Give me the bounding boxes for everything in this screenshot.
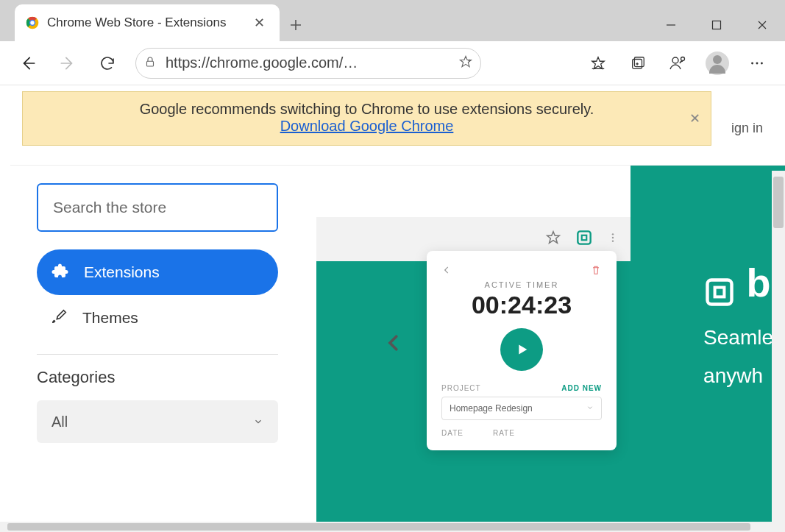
brand-logo-icon — [703, 276, 736, 311]
sidebar-item-themes[interactable]: Themes — [37, 295, 278, 341]
svg-point-16 — [612, 233, 614, 235]
close-window-button[interactable] — [739, 9, 785, 41]
play-button[interactable] — [500, 328, 543, 371]
profile-icon[interactable] — [660, 46, 695, 80]
store-sidebar: Extensions Themes Categories All — [10, 166, 305, 532]
svg-rect-19 — [708, 280, 732, 304]
search-input[interactable] — [37, 183, 278, 232]
favorite-star-icon[interactable] — [458, 54, 473, 72]
svg-rect-6 — [147, 61, 154, 66]
page-content: Google recommends switching to Chrome to… — [0, 85, 785, 532]
vertical-scrollbar[interactable] — [772, 171, 785, 532]
rate-label: RATE — [493, 429, 515, 437]
refresh-button[interactable] — [90, 46, 125, 80]
minimize-button[interactable] — [648, 9, 694, 41]
timer-value: 00:24:23 — [441, 291, 602, 319]
category-selected: All — [51, 414, 68, 430]
collections-button[interactable] — [620, 46, 656, 80]
banner-message: Google recommends switching to Chrome to… — [52, 101, 681, 118]
sidebar-item-extensions[interactable]: Extensions — [37, 249, 278, 295]
close-banner-icon[interactable]: ✕ — [689, 110, 700, 127]
svg-point-18 — [612, 240, 614, 241]
forward-button[interactable] — [50, 46, 85, 80]
trash-icon[interactable] — [590, 264, 602, 279]
chrome-store-favicon — [25, 15, 40, 30]
horizontal-scrollbar[interactable] — [0, 522, 772, 532]
brand-icon — [575, 228, 594, 250]
titlebar: Chrome Web Store - Extensions ✕ — [0, 0, 785, 41]
browser-tab[interactable]: Chrome Web Store - Extensions ✕ — [15, 4, 280, 41]
tab-title: Chrome Web Store - Extensions — [47, 15, 242, 30]
chevron-down-icon — [253, 414, 263, 430]
url-text: https://chrome.google.com/… — [166, 54, 450, 71]
window-controls — [648, 9, 785, 41]
download-chrome-link[interactable]: Download Google Chrome — [280, 118, 454, 134]
project-value: Homepage Redesign — [450, 403, 533, 414]
svg-rect-5 — [713, 21, 721, 29]
menu-button[interactable] — [739, 46, 775, 80]
featured-promo: ACTIVE TIMER 00:24:23 PROJECT ADD NEW Ho… — [316, 166, 785, 532]
svg-rect-20 — [715, 287, 725, 297]
add-new-link[interactable]: ADD NEW — [561, 384, 602, 392]
back-button[interactable] — [10, 46, 46, 80]
chrome-recommendation-banner: Google recommends switching to Chrome to… — [22, 91, 711, 146]
star-outline-icon — [545, 230, 561, 249]
chevron-down-icon — [586, 403, 594, 414]
svg-point-9 — [672, 57, 678, 63]
more-vertical-icon — [607, 232, 619, 247]
promo-line-2: anywh — [703, 364, 773, 388]
categories-heading: Categories — [37, 368, 278, 387]
svg-rect-14 — [578, 231, 590, 244]
svg-point-4 — [30, 21, 34, 24]
new-tab-button[interactable] — [280, 9, 312, 41]
project-dropdown[interactable]: Homepage Redesign — [441, 397, 602, 420]
svg-point-13 — [761, 62, 763, 64]
sidebar-item-label: Extensions — [84, 263, 160, 281]
browser-toolbar: https://chrome.google.com/… — [0, 41, 785, 85]
lock-icon — [143, 55, 157, 71]
carousel-prev-icon[interactable] — [383, 332, 405, 357]
favorites-button[interactable] — [580, 46, 616, 80]
svg-rect-15 — [582, 235, 587, 241]
address-bar[interactable]: https://chrome.google.com/… — [135, 48, 481, 79]
account-avatar[interactable] — [700, 46, 735, 80]
svg-point-12 — [756, 62, 759, 64]
maximize-button[interactable] — [694, 9, 739, 41]
sign-in-link[interactable]: ign in — [731, 121, 763, 136]
svg-point-10 — [681, 57, 685, 60]
brush-icon — [51, 308, 68, 328]
extension-icon — [51, 262, 69, 283]
promo-line-1: Seamle — [703, 326, 773, 350]
tab-close-icon[interactable]: ✕ — [249, 13, 269, 32]
timer-label: ACTIVE TIMER — [441, 280, 602, 289]
date-label: DATE — [441, 429, 463, 437]
sidebar-item-label: Themes — [82, 309, 138, 327]
divider — [37, 354, 278, 355]
timer-card: ACTIVE TIMER 00:24:23 PROJECT ADD NEW Ho… — [427, 251, 617, 450]
promo-text: b Seamle anywh — [690, 247, 785, 401]
brand-letter: b — [747, 260, 771, 305]
svg-rect-8 — [634, 57, 644, 66]
card-back-icon[interactable] — [441, 265, 452, 278]
svg-point-11 — [751, 62, 753, 64]
category-dropdown[interactable]: All — [37, 400, 278, 443]
project-label: PROJECT — [441, 384, 481, 392]
svg-point-17 — [612, 237, 614, 238]
